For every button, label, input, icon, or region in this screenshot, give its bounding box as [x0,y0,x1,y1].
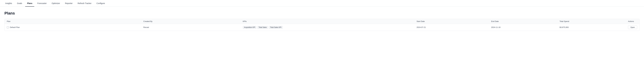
col-header-actions: Actions [626,19,640,24]
col-header-kpis: KPIs [240,19,414,24]
created-by-cell: Recast [141,24,240,31]
end-date-cell: 2024-11-18 [489,24,557,31]
nav-item-plans[interactable]: Plans [25,0,34,7]
total-spend-cell: $3,875,083 [557,24,626,31]
nav-item-reporter[interactable]: Reporter [63,0,74,7]
nav-item-refresh-tracker[interactable]: Refresh Tracker [76,0,94,7]
col-header-start-date: Start Date [414,19,489,24]
nav-item-forecaster[interactable]: Forecaster [35,0,48,7]
nav-item-insights[interactable]: Insights [3,0,14,7]
kpi-tag-total-sales: Total Sales [257,26,268,29]
col-header-total-spend: Total Spend [557,19,626,24]
page-content: Plans Plan Created By KPIs Start Date En… [0,7,644,35]
kpi-tag-acquisition: Acquisition KPI [243,26,256,29]
start-date-cell: 2024-07-21 [414,24,489,31]
kpi-tag-total-sales-kpi: Total Sales KPI [269,26,282,29]
table-row: Default Plan Recast Acquisition KPI Tota… [4,24,640,31]
col-header-end-date: End Date [489,19,557,24]
nav-item-optimizer[interactable]: Optimizer [50,0,62,7]
table-header-row: Plan Created By KPIs Start Date End Date… [4,19,640,24]
plan-cell: Default Plan [4,24,141,31]
nav-item-goals[interactable]: Goals [15,0,24,7]
col-header-created-by: Created By [141,19,240,24]
plan-checkbox[interactable] [7,26,9,28]
nav-item-configure[interactable]: Configure [94,0,107,7]
kpis-cell: Acquisition KPI Total Sales Total Sales … [240,24,414,31]
navigation: Insights Goals Plans Forecaster Optimize… [0,0,644,7]
plans-table-container: Plan Created By KPIs Start Date End Date… [4,19,640,31]
page-title: Plans [4,11,640,15]
open-button[interactable]: Open [628,26,637,29]
plans-table: Plan Created By KPIs Start Date End Date… [4,19,640,31]
plan-name: Default Plan [10,26,20,28]
col-header-plan: Plan [4,19,141,24]
actions-cell: Open [626,24,640,31]
